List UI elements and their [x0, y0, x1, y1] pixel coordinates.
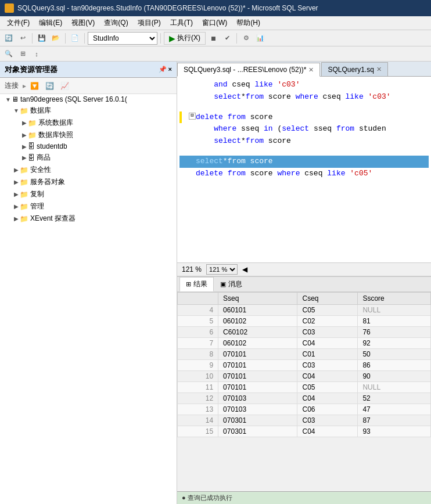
expander-2[interactable]: ▶	[21, 120, 28, 127]
tree-item-1[interactable]: ▼📁数据库	[0, 105, 177, 117]
toolbar-btn-new-query[interactable]: 📄	[69, 32, 81, 45]
toolbar-btn-parse[interactable]: ✔	[221, 32, 234, 45]
cell-score-5: 86	[358, 360, 431, 371]
expander-1[interactable]: ▼	[13, 107, 20, 114]
menu-item-工具(T)[interactable]: 工具(T)	[166, 17, 197, 29]
tree-item-10[interactable]: ▶📁XEvent 探查器	[0, 213, 177, 225]
table-row: 5060102C0281	[178, 316, 431, 327]
tree-item-8[interactable]: ▶📁复制	[0, 188, 177, 200]
query-tab-0[interactable]: SQLQuery3.sql - ...REES\Lenovo (52))* ✕	[177, 63, 320, 77]
tree-item-6[interactable]: ▶📁安全性	[0, 164, 177, 176]
expander-5[interactable]: ▶	[21, 154, 28, 161]
cell-0-0: 060101	[218, 305, 297, 316]
query-tab-0-close[interactable]: ✕	[308, 66, 314, 74]
result-tab-messages[interactable]: ▣ 消息	[214, 277, 249, 291]
code-line-1[interactable]: select*from score where cseq like 'c03'	[179, 91, 429, 103]
line-marker-2	[179, 103, 189, 104]
code-line-6[interactable]	[179, 147, 429, 156]
code-line-5[interactable]: select*from score	[179, 135, 429, 147]
cell-10-1: C03	[297, 415, 358, 426]
toolbar-btn-undo[interactable]: ↩	[16, 32, 29, 45]
query-tab-0-label: SQLQuery3.sql - ...REES\Lenovo (52))*	[184, 66, 306, 74]
cell-score-0: NULL	[358, 305, 431, 316]
code-line-0[interactable]: and cseq like 'c03'	[179, 79, 429, 91]
line-marker-1	[179, 91, 189, 92]
toolbar-btn-misc1[interactable]: ⚙	[240, 32, 253, 45]
table-header-row: SseqCseqSscore	[178, 293, 431, 305]
code-line-8[interactable]: delete from score where cseq like 'c05'	[179, 168, 429, 180]
query-tab-1-label: SQLQuery1.sq	[328, 66, 373, 74]
cell-score-4: 50	[358, 349, 431, 360]
status-text: ● 查询已成功执行	[182, 494, 232, 502]
tree-item-0[interactable]: ▼🖥tan90degrees (SQL Server 16.0.1(	[0, 94, 177, 105]
cell-10-0: 070301	[218, 415, 297, 426]
zoom-select[interactable]: 121 %	[206, 264, 238, 275]
tree-item-4[interactable]: ▶🗄studentdb	[0, 141, 177, 152]
menu-item-编辑(E)[interactable]: 编辑(E)	[34, 17, 67, 29]
cell-score-9: 47	[358, 404, 431, 415]
toolbar2-btn1[interactable]: 🔍	[2, 48, 15, 60]
toolbar2-btn3[interactable]: ↕	[30, 48, 43, 60]
code-line-2[interactable]	[179, 103, 429, 111]
tree-item-3[interactable]: ▶📁数据库快照	[0, 129, 177, 141]
query-tab-1[interactable]: SQLQuery1.sq ✕	[321, 62, 387, 76]
menu-item-帮助(H)[interactable]: 帮助(H)	[232, 17, 265, 29]
toolbar-btn-misc2[interactable]: 📊	[254, 32, 267, 45]
toolbar-btn-stop[interactable]: ⏹	[207, 32, 220, 45]
cell-num-10: 14	[178, 415, 218, 426]
menu-item-查询(Q)[interactable]: 查询(Q)	[99, 17, 132, 29]
db-selector[interactable]: StudInfo	[88, 32, 157, 45]
toolbar-btn-open[interactable]: 📂	[49, 32, 62, 45]
expander-3[interactable]: ▶	[21, 132, 28, 139]
expander-9[interactable]: ▶	[13, 203, 20, 210]
collapse-btn-3[interactable]: ⊟	[189, 113, 196, 120]
tree-item-2[interactable]: ▶📁系统数据库	[0, 117, 177, 129]
results-panel: ⊞ 结果 ▣ 消息 SseqCseqSscore 4060101C05NULL5…	[177, 276, 431, 504]
connect-button[interactable]: 连接	[2, 80, 21, 92]
table-row: 11070101C05NULL	[178, 382, 431, 393]
expander-6[interactable]: ▶	[13, 167, 20, 174]
tree-label-3: 数据库快照	[38, 130, 73, 140]
result-tab-results[interactable]: ⊞ 结果	[179, 277, 214, 291]
execute-button[interactable]: ▶ 执行(X)	[164, 32, 206, 45]
zoom-bar: 121 % 121 % ◀	[177, 262, 431, 276]
tree-icon-8: 📁	[20, 190, 28, 199]
expander-4[interactable]: ▶	[21, 143, 28, 150]
query-tab-1-close[interactable]: ✕	[376, 66, 382, 73]
expander-8[interactable]: ▶	[13, 191, 20, 198]
activity-button[interactable]: 📈	[58, 81, 71, 91]
toolbar-btn-save[interactable]: 💾	[35, 32, 48, 45]
app-icon	[5, 3, 14, 13]
toolbar2-btn2[interactable]: ⊞	[16, 48, 29, 60]
filter-button[interactable]: 🔽	[28, 81, 41, 91]
code-line-3[interactable]: ⊟delete from score	[179, 111, 429, 124]
expander-7[interactable]: ▶	[13, 179, 20, 186]
sidebar-pin[interactable]: 📌 ×	[159, 66, 172, 73]
refresh-button[interactable]: 🔄	[43, 81, 56, 91]
menu-bar: 文件(F)编辑(E)视图(V)查询(Q)项目(P)工具(T)窗口(W)帮助(H)	[0, 16, 431, 30]
code-line-4[interactable]: where sseq in (select sseq from studen	[179, 123, 429, 135]
cell-num-4: 8	[178, 349, 218, 360]
line-marker-6	[179, 147, 189, 148]
code-editor[interactable]: and cseq like 'c03' select*from score wh…	[177, 77, 431, 262]
menu-item-窗口(W)[interactable]: 窗口(W)	[197, 17, 232, 29]
cell-1-0: 060102	[218, 316, 297, 327]
tree-item-5[interactable]: ▶🗄商品	[0, 152, 177, 164]
tree-icon-3: 📁	[28, 131, 37, 139]
menu-item-文件(F)[interactable]: 文件(F)	[2, 17, 34, 29]
code-line-7[interactable]: select*from score	[179, 156, 429, 168]
expander-10[interactable]: ▶	[13, 215, 20, 222]
table-row: 15070301C0493	[178, 426, 431, 437]
scroll-left[interactable]: ◀	[242, 265, 247, 273]
messages-icon: ▣	[220, 280, 226, 288]
expander-0[interactable]: ▼	[5, 96, 12, 103]
tree-item-9[interactable]: ▶📁管理	[0, 200, 177, 213]
line-marker-0	[179, 79, 189, 80]
menu-item-项目(P)[interactable]: 项目(P)	[133, 17, 166, 29]
toolbar-btn-new[interactable]: 🔄	[2, 32, 15, 45]
tree-item-7[interactable]: ▶📁服务器对象	[0, 176, 177, 188]
tree-icon-9: 📁	[20, 203, 28, 211]
table-head: SseqCseqSscore	[178, 293, 431, 305]
line-marker-5	[179, 135, 189, 136]
menu-item-视图(V)[interactable]: 视图(V)	[67, 17, 99, 29]
